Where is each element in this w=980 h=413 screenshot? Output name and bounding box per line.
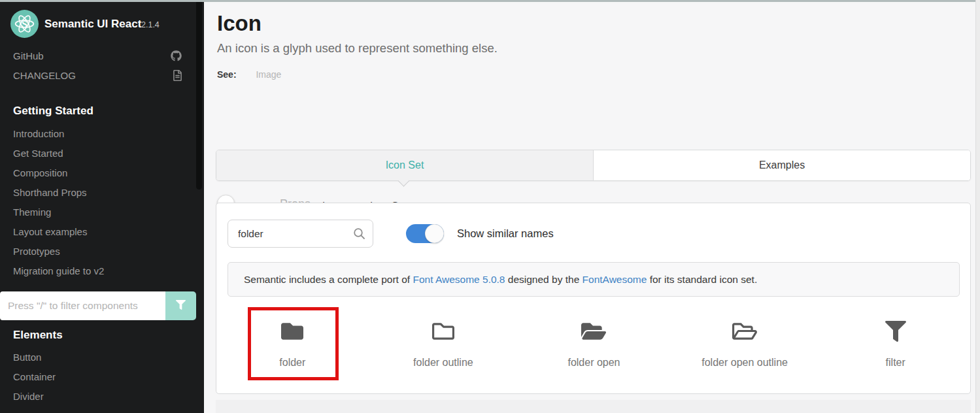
sidebar-scrollbar[interactable]	[196, 2, 202, 190]
show-similar-toggle[interactable]	[406, 224, 444, 243]
icon-result-folder-open[interactable]: folder open	[518, 303, 669, 388]
show-similar-label: Show similar names	[457, 227, 554, 240]
brand-version: 2.1.4	[141, 20, 160, 29]
font-awesome-link[interactable]: FontAwesome	[583, 274, 647, 285]
changelog-link-label: CHANGELOG	[13, 70, 76, 81]
sidebar-item-divider[interactable]: Divider	[13, 391, 183, 402]
top-border	[0, 0, 980, 2]
main-content: Icon An icon is a glyph used to represen…	[204, 2, 975, 413]
icon-results-grid: folder folder outline folder open	[217, 303, 971, 388]
page-title: Icon	[217, 11, 262, 36]
see-row: See: Image	[217, 69, 281, 80]
icon-search-input[interactable]	[228, 220, 373, 248]
component-filter	[0, 291, 196, 320]
section-header-getting-started: Getting Started	[13, 105, 93, 118]
sidebar-item-layout-examples[interactable]: Layout examples	[13, 226, 183, 237]
semantic-ui-logo-icon: S	[10, 10, 39, 38]
svg-text:S: S	[22, 18, 27, 29]
brand-link[interactable]: S Semantic UI React 2.1.4	[10, 10, 194, 40]
icon-result-folder-outline[interactable]: folder outline	[368, 303, 519, 388]
sidebar-item-introduction[interactable]: Introduction	[13, 128, 183, 139]
app: S Semantic UI React 2.1.4 GitHub CHANGEL…	[0, 0, 980, 413]
icon-result-filter[interactable]: filter	[820, 303, 971, 388]
next-section-block	[216, 400, 971, 413]
see-link-image[interactable]: Image	[256, 69, 281, 80]
brand-title: Semantic UI React	[44, 18, 141, 31]
sidebar-item-composition[interactable]: Composition	[13, 167, 183, 178]
component-filter-input[interactable]	[0, 291, 165, 320]
changelog-link[interactable]: CHANGELOG	[13, 70, 191, 84]
sidebar-item-theming[interactable]: Theming	[13, 206, 183, 218]
sidebar-item-prototypes[interactable]: Prototypes	[13, 246, 183, 257]
folder-open-outline-icon	[732, 320, 757, 343]
toggle-knob	[425, 224, 444, 243]
page-scrollbar[interactable]	[975, 0, 980, 413]
section-header-elements: Elements	[13, 329, 63, 342]
filter-icon	[885, 320, 906, 343]
search-icon	[353, 227, 365, 242]
github-icon	[171, 50, 182, 63]
filter-icon	[176, 300, 186, 312]
icon-result-folder-open-outline[interactable]: folder open outline	[669, 303, 820, 388]
sidebar-item-migration-guide[interactable]: Migration guide to v2	[13, 265, 183, 276]
folder-outline-icon	[432, 320, 454, 343]
icon-result-label: folder outline	[413, 357, 473, 369]
page-subtitle: An icon is a glyph used to represent som…	[217, 41, 498, 56]
folder-icon	[281, 320, 303, 343]
icon-result-label: folder	[279, 357, 305, 369]
file-icon	[173, 70, 182, 83]
icon-result-folder[interactable]: folder	[217, 303, 368, 388]
icon-search	[228, 220, 373, 248]
doc-tabs: Icon Set Examples	[216, 150, 971, 181]
folder-open-icon	[581, 320, 606, 343]
github-link[interactable]: GitHub	[13, 50, 191, 65]
icon-result-label: folder open outline	[701, 357, 788, 369]
sidebar-item-button[interactable]: Button	[13, 352, 183, 363]
tab-examples[interactable]: Examples	[594, 150, 970, 180]
font-awesome-version-link[interactable]: Font Awesome 5.0.8	[413, 274, 505, 285]
github-link-label: GitHub	[13, 50, 44, 61]
sidebar-item-get-started[interactable]: Get Started	[13, 148, 183, 159]
component-filter-button[interactable]	[165, 291, 196, 320]
icon-result-label: folder open	[567, 357, 620, 369]
see-label: See:	[217, 69, 237, 80]
icon-result-label: filter	[886, 357, 905, 369]
sidebar: S Semantic UI React 2.1.4 GitHub CHANGEL…	[0, 0, 204, 413]
font-awesome-message: Semantic includes a complete port of Fon…	[228, 262, 960, 297]
sidebar-item-shorthand-props[interactable]: Shorthand Props	[13, 187, 183, 198]
message-text: Semantic includes a complete port of Fon…	[244, 274, 757, 286]
icon-set-panel: Show similar names Semantic includes a c…	[216, 203, 971, 394]
sidebar-item-container[interactable]: Container	[13, 371, 183, 382]
